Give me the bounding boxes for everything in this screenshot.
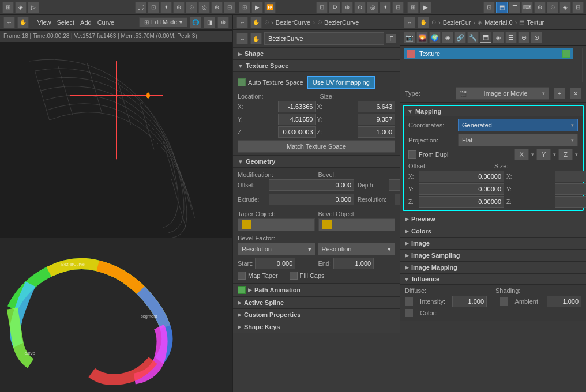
- fill-caps-checkbox[interactable]: [290, 272, 298, 280]
- viewport-canvas[interactable]: BezierCurve segment curve: [0, 42, 232, 392]
- layer-icon[interactable]: ◨: [204, 17, 215, 28]
- active-spline-header[interactable]: ▶ Active Spline: [233, 297, 400, 309]
- globe-icon[interactable]: 🌐: [190, 17, 201, 28]
- right-icon-5[interactable]: ☰: [509, 2, 520, 13]
- middle-icon-9[interactable]: ✦: [380, 2, 391, 13]
- texture-space-header[interactable]: ▼ Texture Space: [233, 60, 400, 72]
- auto-texture-checkbox[interactable]: [238, 78, 246, 86]
- name-hand-icon[interactable]: ✋: [250, 33, 262, 44]
- hand-icon[interactable]: ✋: [17, 17, 29, 28]
- preview-header[interactable]: ▶ Preview: [400, 213, 586, 225]
- select-menu[interactable]: Select: [57, 19, 75, 26]
- end-input[interactable]: [333, 258, 374, 269]
- tab-icon-modifier[interactable]: 🔧: [467, 32, 479, 43]
- tab-icon-render[interactable]: 📷: [404, 32, 415, 43]
- size-y-input[interactable]: [555, 183, 586, 195]
- scroll-track[interactable]: [576, 48, 583, 82]
- tab-icon-texture[interactable]: ☰: [505, 32, 517, 43]
- color-checkbox[interactable]: [405, 309, 413, 317]
- offset-input[interactable]: [269, 179, 354, 191]
- y-btn[interactable]: Y: [536, 149, 551, 160]
- viewport-icon-1[interactable]: ⊞: [2, 2, 14, 13]
- loc-x-input[interactable]: [278, 101, 316, 112]
- breadcrumb-item1[interactable]: BezierCurve: [276, 19, 311, 26]
- tab-icon-physics[interactable]: ⊙: [531, 32, 542, 43]
- middle-hand-icon[interactable]: ✋: [250, 17, 262, 28]
- image-mapping-header[interactable]: ▶ Image Mapping: [400, 262, 586, 274]
- intensity-checkbox[interactable]: [405, 297, 413, 306]
- start-input[interactable]: [255, 258, 295, 269]
- tab-icon-object[interactable]: ◈: [442, 32, 453, 43]
- tab-icon-particle[interactable]: ⊕: [518, 32, 529, 43]
- tab-icon-constraint[interactable]: 🔗: [454, 32, 466, 43]
- view-menu[interactable]: View: [37, 19, 51, 26]
- tab-icon-material[interactable]: ◈: [493, 32, 504, 43]
- viewport-icon-5[interactable]: ⊡: [148, 2, 159, 13]
- tab-icon-data[interactable]: ⬒: [480, 32, 491, 43]
- viewport-icon-9[interactable]: ◎: [198, 2, 210, 13]
- right-icon-8[interactable]: ⊙: [547, 2, 558, 13]
- right-icon-3[interactable]: ⊡: [483, 2, 495, 13]
- edit-mode-selector[interactable]: ⊞ Edit Mode ▾: [139, 17, 187, 27]
- viewport-icon-3[interactable]: ▷: [28, 2, 39, 13]
- navigate-icon[interactable]: ↔: [3, 17, 15, 28]
- z-btn[interactable]: Z: [558, 149, 573, 160]
- viewport-icon-8[interactable]: ⊙: [186, 2, 197, 13]
- depth-input[interactable]: [389, 179, 400, 191]
- middle-icon-1[interactable]: ⊞: [239, 2, 250, 13]
- loc-z-input[interactable]: [278, 126, 316, 138]
- x-btn[interactable]: X: [514, 149, 529, 160]
- off-x-input[interactable]: [419, 171, 504, 182]
- object-name-input[interactable]: [264, 32, 384, 45]
- size-z-input[interactable]: [555, 196, 586, 208]
- size-y-input[interactable]: [358, 114, 396, 125]
- right-icon-1[interactable]: ⊞: [407, 2, 419, 13]
- colors-header[interactable]: ▶ Colors: [400, 225, 586, 238]
- ambient-checkbox[interactable]: [500, 297, 508, 306]
- path-anim-check[interactable]: [238, 286, 246, 294]
- size-x-input[interactable]: [358, 101, 396, 112]
- add-menu[interactable]: Add: [80, 19, 92, 26]
- tab-icon-scene[interactable]: 🌄: [416, 32, 428, 43]
- right-icon-10[interactable]: ⊟: [572, 2, 584, 13]
- right-icon-2[interactable]: ▶: [420, 2, 431, 13]
- off-z-input[interactable]: [419, 196, 504, 208]
- middle-icon-2[interactable]: ▶: [251, 2, 263, 13]
- right-breadcrumb-1[interactable]: BezierCur: [443, 19, 471, 26]
- middle-icon-10[interactable]: ⊟: [392, 2, 404, 13]
- middle-icon-8[interactable]: ◎: [367, 2, 378, 13]
- breadcrumb-item2[interactable]: BezierCurve: [324, 19, 359, 26]
- from-dupli-checkbox[interactable]: [408, 150, 416, 159]
- match-texture-btn[interactable]: Match Texture Space: [238, 140, 395, 153]
- use-uv-mapping-btn[interactable]: Use UV for mapping: [307, 76, 375, 89]
- middle-icon-3[interactable]: ⏩: [264, 2, 276, 13]
- middle-nav-icon[interactable]: ↔: [236, 17, 248, 28]
- map-taper-checkbox[interactable]: [238, 272, 246, 280]
- path-animation-header[interactable]: ▶ Path Animation: [233, 284, 400, 297]
- shape-keys-header[interactable]: ▶ Shape Keys: [233, 321, 400, 333]
- texture-item-check[interactable]: [562, 50, 570, 58]
- right-breadcrumb-2[interactable]: Material.0: [484, 19, 512, 26]
- type-select[interactable]: 🎬 Image or Movie ▾: [456, 87, 549, 100]
- coordinates-select[interactable]: Generated ▾: [458, 119, 578, 131]
- texture-item[interactable]: Texture: [404, 48, 573, 59]
- viewport-icon-10[interactable]: ⊚: [211, 2, 223, 13]
- shape-section-header[interactable]: ▶ Shape: [233, 48, 400, 60]
- right-breadcrumb-3[interactable]: Textur: [527, 19, 544, 26]
- taper-object-select[interactable]: [238, 218, 315, 231]
- viewport-icon-7[interactable]: ⊕: [173, 2, 185, 13]
- viewport-icon-4[interactable]: ⛶: [135, 2, 146, 13]
- viewport-icon-11[interactable]: ⊟: [224, 2, 235, 13]
- resolution-input[interactable]: [395, 194, 400, 205]
- image-sampling-header[interactable]: ▶ Image Sampling: [400, 250, 586, 262]
- viewport-icon-2[interactable]: ◈: [15, 2, 27, 13]
- viewport-icon-6[interactable]: ✦: [160, 2, 172, 13]
- type-add-icon[interactable]: +: [554, 88, 565, 99]
- right-hand-icon[interactable]: ✋: [418, 17, 429, 28]
- middle-icon-6[interactable]: ⊕: [341, 2, 353, 13]
- middle-icon-7[interactable]: ⊙: [354, 2, 366, 13]
- geometry-section-header[interactable]: ▼ Geometry: [233, 156, 400, 168]
- bevel-object-select[interactable]: [318, 218, 396, 231]
- middle-icon-4[interactable]: ⊡: [316, 2, 328, 13]
- resolution-dropdown-1[interactable]: Resolution ▾: [238, 243, 315, 255]
